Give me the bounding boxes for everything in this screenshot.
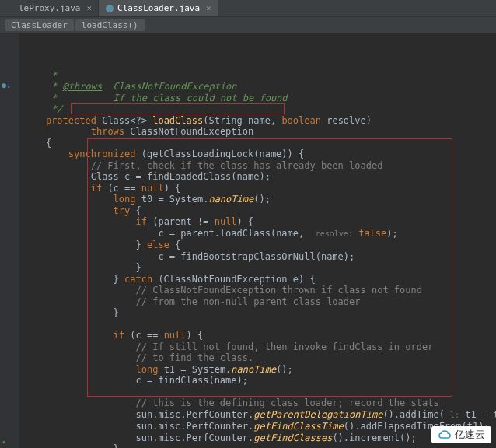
editor-tabs: leProxy.java × ClassLoader.java × (0, 0, 496, 17)
gutter[interactable]: ●↓ • (0, 33, 19, 448)
code-editor[interactable]: * * @throws ClassNotFoundException * If … (19, 33, 496, 448)
close-icon[interactable]: × (206, 3, 211, 13)
tab-label: ClassLoader.java (117, 3, 200, 13)
svg-point-0 (106, 5, 114, 12)
implement-icon[interactable]: ●↓ (2, 81, 11, 89)
java-file-icon (6, 4, 16, 13)
close-icon[interactable]: × (86, 3, 92, 13)
marker-icon: • (2, 438, 6, 446)
tab-leproxy[interactable]: leProxy.java × (0, 0, 99, 16)
crumb-method[interactable]: loadClass() (75, 19, 145, 31)
tab-label: leProxy.java (19, 3, 80, 13)
cloud-icon (438, 429, 452, 440)
crumb-class[interactable]: ClassLoader (5, 19, 74, 31)
highlight-box-1 (71, 103, 285, 114)
breadcrumb: ClassLoader loadClass() (0, 17, 496, 33)
watermark-text: 亿速云 (455, 428, 485, 442)
watermark: 亿速云 (431, 426, 491, 443)
editor-area: ●↓ • * * @throws ClassNotFoundException … (0, 33, 496, 448)
tab-classloader[interactable]: ClassLoader.java × (99, 0, 218, 16)
java-class-icon (105, 4, 114, 13)
